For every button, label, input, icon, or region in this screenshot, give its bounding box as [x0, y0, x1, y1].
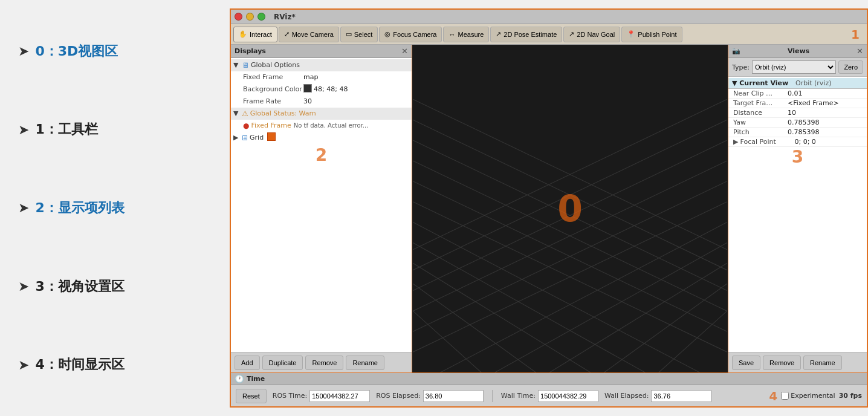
fixed-frame-val: map	[303, 72, 318, 83]
measure-button[interactable]: ↔ Measure	[443, 27, 489, 42]
close-button[interactable]	[235, 13, 242, 21]
pitch-val: 0.785398	[788, 128, 820, 136]
nav-goal-icon: ↗	[569, 30, 574, 38]
annotation-label-2: 2：显示项列表	[35, 199, 124, 217]
arrow-0: ➤	[18, 44, 29, 59]
frame-rate-row: Frame Rate 30	[231, 96, 412, 108]
pitch-row: Pitch 0.785398	[728, 128, 867, 137]
views-zero-button[interactable]: Zero	[838, 60, 863, 74]
target-frame-key: Target Fra…	[733, 99, 788, 107]
rviz-window: RViz* ✋ Interact ⤢ Move Camera ▭ Select …	[230, 8, 868, 408]
monitor-icon: 🖥	[242, 60, 249, 71]
current-view-label: Current View	[739, 79, 788, 87]
global-status-label: Global Status: Warn	[250, 108, 316, 119]
annotation-2: ➤ 2：显示项列表	[18, 199, 212, 217]
ros-elapsed-input[interactable]	[423, 390, 484, 402]
clock-icon: 🕐	[235, 374, 244, 383]
rename-button[interactable]: Rename	[346, 356, 384, 370]
grid-checkbox[interactable]	[267, 132, 276, 145]
views-type-select[interactable]: Orbit (rviz)	[752, 60, 836, 74]
maximize-button[interactable]	[257, 13, 265, 21]
distance-key: Distance	[733, 109, 788, 117]
pose-estimate-button[interactable]: ↗ 2D Pose Estimate	[490, 27, 562, 42]
near-clip-key: Near Clip …	[733, 89, 788, 97]
annotation-1: ➤ 1：工具栏	[18, 120, 212, 138]
yaw-row: Yaw 0.785398	[728, 118, 867, 128]
views-type-label: Type:	[732, 63, 750, 71]
views-remove-button[interactable]: Remove	[763, 356, 801, 370]
views-close-button[interactable]: ✕	[857, 47, 863, 56]
annotation-label-4: 4：时间显示区	[35, 356, 124, 374]
view-3d[interactable]: 0	[412, 45, 728, 372]
yaw-val: 0.785398	[788, 119, 820, 126]
global-status-item[interactable]: ▼ ⚠ Global Status: Warn	[231, 108, 412, 120]
time-badge-area: 4 Experimental 30 fps	[769, 389, 862, 403]
grid-label: Grid	[250, 132, 264, 143]
displays-badge-area: 2	[231, 145, 412, 165]
fixed-frame-error-label: Fixed Frame	[251, 120, 291, 131]
target-frame-val: <Fixed Frame>	[788, 99, 839, 107]
displays-tree[interactable]: ▼ 🖥 Global Options Fixed Frame map Backg…	[231, 58, 412, 352]
pitch-key: Pitch	[733, 128, 788, 136]
checkbox-icon	[267, 132, 276, 141]
wall-elapsed-group: Wall Elapsed:	[604, 390, 711, 402]
interact-button[interactable]: ✋ Interact	[233, 27, 277, 42]
fixed-frame-row: Fixed Frame map	[231, 71, 412, 83]
time-panel: 🕐 Time Reset ROS Time: ROS Elapsed: Wall…	[231, 372, 867, 406]
ros-time-input[interactable]	[309, 390, 370, 402]
views-type-row: Type: Orbit (rviz) Zero	[728, 58, 867, 77]
duplicate-button[interactable]: Duplicate	[262, 356, 303, 370]
wall-elapsed-input[interactable]	[651, 390, 711, 402]
annotation-panel: ➤ 0：3D视图区 ➤ 1：工具栏 ➤ 2：显示项列表 ➤ 3：视角设置区 ➤ …	[0, 0, 230, 416]
select-icon: ▭	[346, 30, 352, 38]
publish-point-button[interactable]: 📍 Publish Point	[621, 27, 682, 42]
views-save-button[interactable]: Save	[732, 356, 760, 370]
views-buttons: Save Remove Rename	[728, 352, 867, 372]
views-rename-button[interactable]: Rename	[803, 356, 842, 370]
window-title: RViz*	[274, 13, 296, 21]
focus-camera-icon: ◎	[384, 30, 390, 38]
displays-close-button[interactable]: ✕	[401, 47, 408, 56]
global-options-item[interactable]: ▼ 🖥 Global Options	[231, 59, 412, 71]
distance-val: 10	[788, 109, 796, 117]
nav-goal-button[interactable]: ↗ 2D Nav Goal	[563, 27, 620, 42]
views-badge: 3	[792, 147, 803, 167]
distance-row: Distance 10	[728, 108, 867, 118]
minimize-button[interactable]	[246, 13, 254, 21]
near-clip-row: Near Clip … 0.01	[728, 89, 867, 99]
frame-rate-val: 30	[303, 96, 312, 107]
annotation-label-3: 3：视角设置区	[35, 278, 124, 296]
global-options-label: Global Options	[251, 60, 300, 71]
bg-color-val: 48; 48; 48	[314, 84, 348, 95]
arrow-1: ➤	[18, 122, 29, 137]
current-view-type: Orbit (rviz)	[795, 79, 831, 87]
views-badge-area: 3	[728, 147, 867, 167]
move-camera-button[interactable]: ⤢ Move Camera	[279, 27, 339, 42]
focal-point-row: ▶ Focal Point 0; 0; 0	[728, 137, 867, 147]
arrow-2: ➤	[18, 200, 29, 215]
fixed-frame-error-val: No tf data. Actual error...	[294, 120, 369, 131]
grid-item[interactable]: ▶ ⊞ Grid	[231, 132, 412, 145]
time-title: Time	[247, 375, 265, 383]
toolbar-badge: 1	[851, 27, 860, 42]
focus-camera-button[interactable]: ◎ Focus Camera	[379, 27, 442, 42]
annotation-label-1: 1：工具栏	[35, 120, 97, 138]
wall-time-input[interactable]	[538, 390, 598, 402]
time-reset-button[interactable]: Reset	[236, 389, 267, 403]
wall-elapsed-label: Wall Elapsed:	[604, 392, 649, 400]
target-frame-row: Target Fra… <Fixed Frame>	[728, 99, 867, 108]
fixed-frame-error-row: ● Fixed Frame No tf data. Actual error..…	[231, 120, 412, 132]
global-options-arrow: ▼	[233, 60, 241, 71]
select-button[interactable]: ▭ Select	[340, 27, 378, 42]
annotation-0: ➤ 0：3D视图区	[18, 42, 212, 60]
near-clip-val: 0.01	[788, 89, 803, 97]
bg-color-key: Background Color	[243, 84, 303, 95]
displays-panel-buttons: Add Duplicate Remove Rename	[231, 352, 412, 372]
remove-button[interactable]: Remove	[305, 356, 343, 370]
experimental-checkbox[interactable]	[781, 392, 789, 400]
time-separator	[492, 390, 493, 402]
displays-title: Displays	[235, 47, 266, 55]
add-button[interactable]: Add	[235, 356, 260, 370]
measure-icon: ↔	[449, 31, 455, 38]
yaw-key: Yaw	[733, 119, 788, 126]
